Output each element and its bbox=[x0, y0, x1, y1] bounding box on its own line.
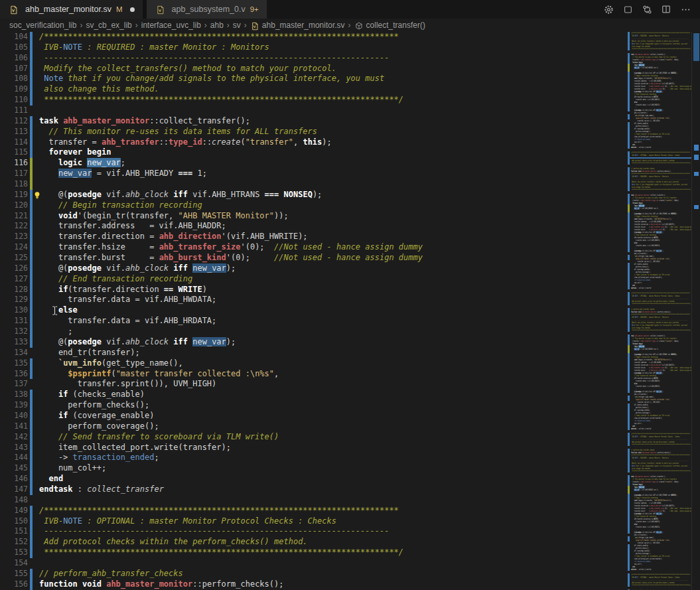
line-number[interactable]: 119 bbox=[0, 190, 28, 200]
code-line[interactable]: 126 @(posedge vif.ahb_clock iff new_var)… bbox=[0, 263, 628, 274]
code-line[interactable]: 144 -> transaction_ended; bbox=[0, 453, 628, 463]
line-number[interactable]: 135 bbox=[0, 358, 28, 369]
line-number[interactable]: 149 bbox=[0, 506, 28, 516]
line-number[interactable]: 139 bbox=[0, 400, 28, 411]
line-number[interactable]: 132 bbox=[0, 327, 28, 337]
line-number[interactable]: 146 bbox=[0, 474, 28, 484]
line-number[interactable]: 108 bbox=[0, 74, 28, 84]
line-number[interactable]: 148 bbox=[0, 495, 28, 506]
line-number[interactable]: 125 bbox=[0, 253, 28, 263]
code-line[interactable]: 147endtask : collect_transfer bbox=[0, 484, 628, 495]
tab-apb-subsystem[interactable]: apb_subsystem_0.v 9+ bbox=[147, 0, 267, 19]
line-number[interactable]: 150 bbox=[0, 516, 28, 527]
code-line[interactable]: 116 logic new_var; bbox=[0, 158, 628, 169]
line-number[interactable]: 131 bbox=[0, 316, 28, 327]
line-number[interactable]: 142 bbox=[0, 432, 28, 443]
line-number[interactable]: 138 bbox=[0, 390, 28, 400]
code-line[interactable]: 122 transfer.address = vif.AHB_HADDR; bbox=[0, 221, 628, 232]
line-number[interactable]: 115 bbox=[0, 147, 28, 158]
code-line[interactable]: 142 // Send transfer to scoreboard via T… bbox=[0, 432, 628, 443]
more-actions-icon[interactable] bbox=[680, 4, 691, 15]
line-number[interactable]: 140 bbox=[0, 411, 28, 421]
line-number[interactable]: 122 bbox=[0, 221, 28, 232]
breadcrumb-item[interactable]: soc_verification_lib bbox=[9, 21, 77, 30]
line-number[interactable]: 114 bbox=[0, 137, 28, 148]
code-line[interactable]: 131 transfer.data = vif.AHB_HRDATA; bbox=[0, 316, 628, 327]
code-line[interactable]: 121 void'(begin_tr(transfer, "AHB MASTER… bbox=[0, 211, 628, 222]
code-line[interactable]: 120 // Begin transaction recording bbox=[0, 200, 628, 211]
code-line[interactable]: 117 new_var = vif.AHB_HREADY === 1; bbox=[0, 169, 628, 179]
line-number[interactable]: 112 bbox=[0, 116, 28, 127]
code-line[interactable]: 130 else bbox=[0, 305, 628, 316]
code-line[interactable]: 129 transfer.data = vif.AHB_HWDATA; bbox=[0, 295, 628, 305]
code-line[interactable]: 141 perform_coverage(); bbox=[0, 421, 628, 432]
line-number[interactable]: 126 bbox=[0, 263, 28, 274]
line-number[interactable]: 106 bbox=[0, 53, 28, 64]
line-number[interactable]: 151 bbox=[0, 526, 28, 537]
code-line[interactable]: 112task ahb_master_monitor::collect_tran… bbox=[0, 116, 628, 127]
line-number[interactable]: 133 bbox=[0, 337, 28, 348]
code-line[interactable]: 107 Modify the collect_transfers() metho… bbox=[0, 64, 628, 74]
line-number[interactable]: 123 bbox=[0, 232, 28, 242]
code-line[interactable]: 137 transfer.sprint()), UVM_HIGH) bbox=[0, 379, 628, 390]
line-number[interactable]: 117 bbox=[0, 169, 28, 179]
line-number[interactable]: 107 bbox=[0, 64, 28, 74]
line-number[interactable]: 152 bbox=[0, 537, 28, 548]
line-number[interactable]: 118 bbox=[0, 179, 28, 190]
line-number[interactable]: 120 bbox=[0, 200, 28, 211]
code-line[interactable]: 125 transfer.burst = ahb_burst_kind'(0);… bbox=[0, 253, 628, 263]
scrollbar[interactable] bbox=[691, 32, 700, 590]
line-number[interactable]: 137 bbox=[0, 379, 28, 390]
line-number[interactable]: 153 bbox=[0, 548, 28, 558]
source-control-graph-icon[interactable] bbox=[642, 4, 652, 15]
breadcrumb-item[interactable]: sv_cb_ex_lib bbox=[85, 21, 132, 30]
code-line[interactable]: 128 if(transfer.direction == WRITE) bbox=[0, 285, 628, 295]
code-line[interactable]: 145 num_col++; bbox=[0, 463, 628, 474]
code-line[interactable]: 156function void ahb_master_monitor::per… bbox=[0, 579, 628, 590]
code-line[interactable]: 138 if (checks_enable) bbox=[0, 390, 628, 400]
code-line[interactable]: 154 bbox=[0, 558, 628, 569]
code-line[interactable]: 114 transfer = ahb_transfer::type_id::cr… bbox=[0, 137, 628, 148]
line-number[interactable]: 141 bbox=[0, 421, 28, 432]
code-line[interactable]: 152 Add protocol checks within the perfo… bbox=[0, 537, 628, 548]
code-line[interactable]: 118 bbox=[0, 179, 628, 190]
scrollbar-slider[interactable] bbox=[693, 33, 699, 61]
code-line[interactable]: 136 $psprintf("master transfer collected… bbox=[0, 369, 628, 380]
line-number[interactable]: 145 bbox=[0, 463, 28, 474]
breadcrumb-file[interactable]: ahb_master_monitor.sv bbox=[261, 21, 346, 30]
code-line[interactable]: 155// perform_ahb_transfer_checks bbox=[0, 569, 628, 579]
code-line[interactable]: 148 bbox=[0, 495, 628, 506]
line-number[interactable]: 154 bbox=[0, 558, 28, 569]
line-number[interactable]: 124 bbox=[0, 242, 28, 253]
line-number[interactable]: 143 bbox=[0, 443, 28, 453]
line-number[interactable]: 128 bbox=[0, 285, 28, 295]
code-line[interactable]: 143 item_collected_port.write(transfer); bbox=[0, 443, 628, 453]
code-line[interactable]: 149/************************************… bbox=[0, 506, 628, 516]
code-line[interactable]: 105 IVB-NOTE : REQUIRED : master Monitor… bbox=[0, 42, 628, 53]
line-number[interactable]: 136 bbox=[0, 369, 28, 380]
tab-ahb-master-monitor[interactable]: ahb_master_monitor.sv M bbox=[0, 0, 147, 19]
code-line[interactable]: 135 `uvm_info(get_type_name(), bbox=[0, 358, 628, 369]
gear-icon[interactable] bbox=[603, 4, 614, 15]
code-line[interactable]: 153 ************************************… bbox=[0, 548, 628, 558]
line-number[interactable]: 111 bbox=[0, 106, 28, 116]
panel-layout-icon[interactable] bbox=[622, 4, 633, 15]
line-number[interactable]: 129 bbox=[0, 295, 28, 305]
code-line[interactable]: 106 ------------------------------------… bbox=[0, 53, 628, 64]
code-line[interactable]: 104/************************************… bbox=[0, 32, 628, 42]
line-number[interactable]: 121 bbox=[0, 211, 28, 222]
code-line[interactable]: 113 // This monitor re-uses its data ite… bbox=[0, 127, 628, 137]
code-line[interactable]: 111 bbox=[0, 106, 628, 116]
line-number[interactable]: 144 bbox=[0, 453, 28, 463]
line-number[interactable]: 156 bbox=[0, 579, 28, 590]
code-line[interactable]: 150 IVB-NOTE : OPTIONAL : master Monitor… bbox=[0, 516, 628, 527]
code-line[interactable]: 146 end bbox=[0, 474, 628, 484]
code-line[interactable]: 119 @(posedge vif.ahb_clock iff vif.AHB_… bbox=[0, 190, 628, 200]
code-area[interactable]: 104/************************************… bbox=[0, 32, 628, 590]
code-line[interactable]: 151 ------------------------------------… bbox=[0, 526, 628, 537]
code-line[interactable]: 139 perform_checks(); bbox=[0, 400, 628, 411]
code-line[interactable]: 140 if (coverage_enable) bbox=[0, 411, 628, 421]
code-line[interactable]: 110 ************************************… bbox=[0, 95, 628, 106]
line-number[interactable]: 116 bbox=[0, 158, 28, 169]
line-number[interactable]: 105 bbox=[0, 42, 28, 53]
